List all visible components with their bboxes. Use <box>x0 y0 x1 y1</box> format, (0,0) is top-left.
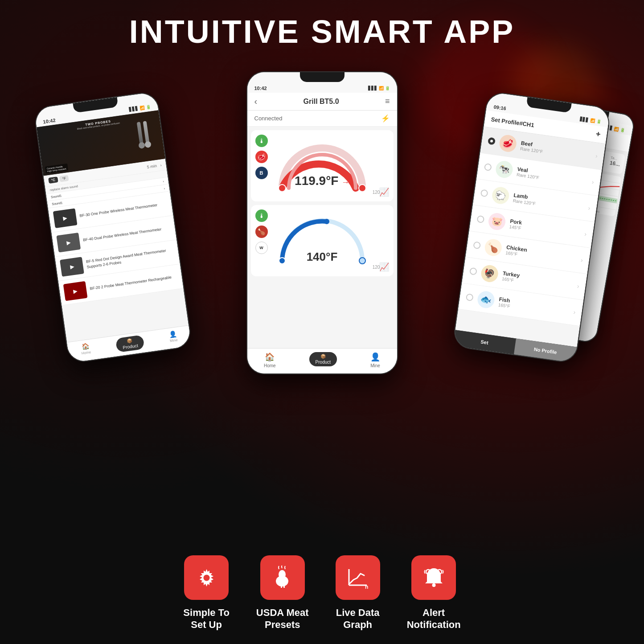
right-time: 09:16 <box>493 104 506 111</box>
right-bottom-tabs: Set No Profile <box>453 330 577 363</box>
sound1-label: Sound1 <box>50 194 62 198</box>
chicken-radio[interactable] <box>473 241 481 249</box>
back-icon[interactable]: ‹ <box>254 96 258 107</box>
left-nav-mine[interactable]: 👤 Mine <box>168 330 178 345</box>
gauge2-container: 🌡 🍗 W <box>251 205 394 276</box>
veal-radio[interactable] <box>484 163 492 171</box>
left-time: 10:42 <box>42 118 56 125</box>
gear-icon <box>194 566 219 590</box>
center-time: 10:42 <box>254 86 267 91</box>
celsius-btn[interactable]: °C <box>48 176 58 184</box>
product-text-2: BF-40 Dual Probe Wireless Meat Thermomet… <box>82 227 161 243</box>
center-mine-icon: 👤 <box>370 352 380 362</box>
svg-point-3 <box>359 258 365 264</box>
left-nav-home[interactable]: 🏠 Home <box>80 342 91 358</box>
setup-icon-box <box>184 555 229 600</box>
veal-chevron: › <box>591 178 594 185</box>
home-icon: 🏠 <box>81 342 89 350</box>
fish-info: Fish 165°F <box>498 296 570 317</box>
bluetooth-icon: ⚡ <box>381 114 390 123</box>
beef-radio[interactable] <box>488 137 496 145</box>
gauge2-chart-btn[interactable]: 📈 <box>379 262 389 272</box>
sound2-label: Sound1 <box>51 201 62 205</box>
gauge1-temp-display: 119.9°F → <box>295 174 349 188</box>
lamb-icon: 🐑 <box>491 186 510 205</box>
product-pill: 📦 Product <box>115 335 144 353</box>
svg-point-23 <box>432 583 435 587</box>
product-pill-icon: 📦 <box>127 338 132 344</box>
unit-toggle[interactable]: °C °F <box>48 175 69 184</box>
right-battery-icon: 🔋 <box>596 119 601 124</box>
page-title: INTUITIVE SMART APP <box>0 13 644 50</box>
left-nav-product[interactable]: 📦 Product <box>115 335 144 353</box>
fish-radio[interactable] <box>465 293 473 301</box>
time-label: 5 min <box>147 163 157 169</box>
sound2-chevron: › <box>164 187 165 190</box>
meat-list: 🥩 Beef Rare 120°F › 🐄 Veal Rare 120°F <box>458 127 605 326</box>
left-nav-home-label: Home <box>81 350 91 356</box>
feature-setup: Simple ToSet Up <box>183 555 230 631</box>
chicken-info: Chicken 165°F <box>505 244 577 265</box>
bell-icon <box>422 566 446 590</box>
chicken-chevron: › <box>580 256 583 263</box>
svg-point-17 <box>279 570 286 579</box>
graph-label: Live DataGraph <box>336 607 380 631</box>
svg-rect-19 <box>283 584 285 588</box>
left-bottom-nav: 🏠 Home 📦 Product 👤 Mine <box>66 325 191 363</box>
veal-info: Veal Rare 120°F <box>516 166 588 187</box>
product-thumb-4: ▶ <box>63 281 87 301</box>
left-phone-screen: 10:42 ▋▋▋ 📶 🔋 TWO PROBES Black and white… <box>34 92 191 363</box>
center-signal-icon: ▋▋▋ <box>368 86 377 90</box>
product-thumb-1: ▶ <box>53 208 77 228</box>
center-nav-mine-label: Mine <box>370 363 380 368</box>
center-wifi-icon: 📶 <box>379 86 384 90</box>
menu-icon[interactable]: ≡ <box>385 97 390 106</box>
feature-alert: AlertNotification <box>407 555 461 631</box>
gauge1-container: 🌡 🥩 B <box>251 130 394 201</box>
feature-graph: h Live DataGraph <box>336 555 380 631</box>
lamb-info: Lamb Rare 120°F <box>513 192 584 213</box>
pork-info: Pork 145°F <box>509 218 581 239</box>
no-profile-tab[interactable]: No Profile <box>513 339 577 363</box>
set-tab[interactable]: Set <box>453 330 516 354</box>
fahrenheit-btn[interactable]: °F <box>59 175 69 182</box>
target-value: 16... <box>609 160 620 168</box>
meat-preset-icon <box>270 566 295 590</box>
center-phone: 10:42 ▋▋▋ 📶 🔋 ‹ Grill BT5.0 ≡ Connected … <box>246 71 398 374</box>
right-wifi-icon: 📶 <box>590 118 595 123</box>
svg-point-15 <box>203 574 209 581</box>
center-nav-home-label: Home <box>264 363 276 368</box>
sound1-chevron: › <box>162 180 164 183</box>
connected-label: Connected <box>254 115 283 122</box>
pork-radio[interactable] <box>476 215 484 223</box>
gauge1-chart-btn[interactable]: 📈 <box>379 187 389 197</box>
presets-icon-box <box>260 555 305 600</box>
product-text-4: BF-20 2 Probe Meat Thermometer Rechargea… <box>89 275 172 292</box>
center-nav-home[interactable]: 🏠 Home <box>264 352 276 368</box>
bottom-features: Simple ToSet Up USDA MeatPresets <box>0 555 644 631</box>
alert-label: AlertNotification <box>407 607 461 631</box>
turkey-radio[interactable] <box>469 267 477 275</box>
fish-chevron: › <box>573 308 576 316</box>
gauge2-temp-display: 140°F <box>307 250 338 264</box>
pork-icon: 🐷 <box>487 212 506 231</box>
center-phone-notch <box>300 72 345 82</box>
far-right-wifi: 📶 <box>614 127 619 132</box>
lamb-radio[interactable] <box>480 189 488 197</box>
center-phone-screen: 10:42 ▋▋▋ 📶 🔋 ‹ Grill BT5.0 ≡ Connected … <box>247 72 397 373</box>
left-nav-mine-label: Mine <box>169 338 177 343</box>
center-nav-product[interactable]: 📦 Product <box>309 352 337 368</box>
product-thumb-3: ▶ <box>60 257 84 277</box>
right-status-icons: ▋▋▋ 📶 🔋 <box>579 117 602 124</box>
gauge2-temp-value: 140°F <box>307 250 338 263</box>
right-nav-title: Set Profile#CH1 <box>490 116 534 128</box>
center-nav-mine[interactable]: 👤 Mine <box>370 352 380 368</box>
mine-icon: 👤 <box>168 330 177 338</box>
gauge1-arrow: → <box>341 178 349 187</box>
add-profile-icon[interactable]: + <box>595 129 601 139</box>
chevron-right-icon: › <box>160 163 161 167</box>
product-pill-label: Product <box>122 343 138 350</box>
center-product-pill: 📦 Product <box>309 352 337 366</box>
center-product-label: Product <box>316 360 331 365</box>
chart-line-icon: h <box>345 566 370 590</box>
